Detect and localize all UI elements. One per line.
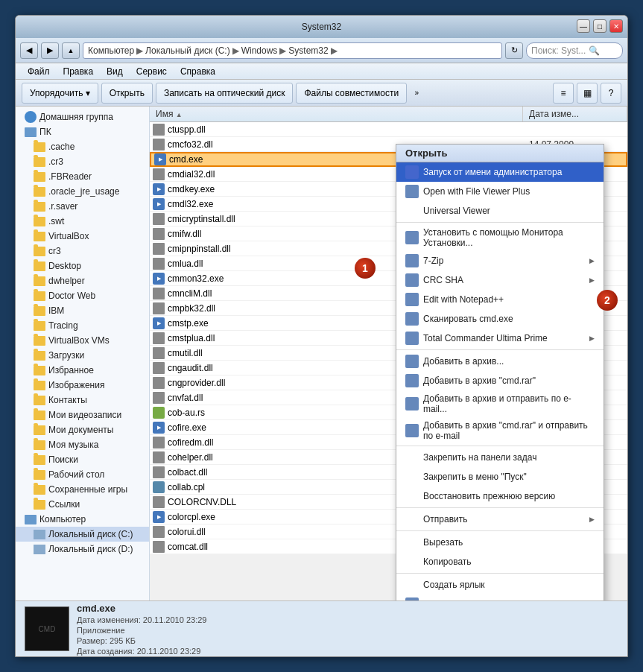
context-menu-item-pin-start[interactable]: Закрепить в меню "Пуск"	[396, 467, 604, 486]
sidebar-item-cache[interactable]: .cache	[16, 139, 149, 154]
ctx-submenu-arrow: ▶	[589, 516, 595, 523]
ctx-item-icon	[405, 273, 419, 287]
sidebar-item-desktop[interactable]: Desktop	[16, 259, 149, 273]
forward-button[interactable]: ▶	[41, 42, 59, 59]
context-menu-item-delete[interactable]: Удалить	[396, 595, 604, 600]
context-menu-item-open-fileviewer[interactable]: Open with File Viewer Plus	[396, 182, 604, 201]
context-menu-item-run-as-admin[interactable]: Запуск от имени администратора	[396, 162, 604, 182]
sidebar-item-rsaver[interactable]: .r.saver	[16, 199, 149, 214]
sidebar-item-virtualbox[interactable]: VirtualBox	[16, 229, 149, 244]
context-menu-item-scan-cmd[interactable]: Сканировать cmd.exe	[396, 309, 604, 329]
context-menu-item-crc-sha[interactable]: CRC SHA▶	[396, 270, 604, 290]
sidebar-item-favorites[interactable]: Избранное	[16, 363, 149, 378]
col-name-header[interactable]: Имя ▲	[150, 107, 523, 121]
col-date-header[interactable]: Дата изме...	[523, 107, 627, 121]
ctx-item-icon	[405, 165, 419, 179]
context-menu-item-pin-taskbar[interactable]: Закрепить на панели задач	[396, 448, 604, 467]
compat-button[interactable]: Файлы совместимости	[296, 83, 407, 104]
context-menu-item-add-archive[interactable]: Добавить в архив...	[396, 352, 604, 371]
back-button[interactable]: ◀	[20, 42, 38, 59]
menu-service[interactable]: Сервис	[130, 65, 173, 78]
close-button[interactable]: ✕	[609, 19, 623, 33]
sidebar-item-desktop2[interactable]: Рабочий стол	[16, 467, 149, 482]
menu-view[interactable]: Вид	[101, 65, 129, 78]
dll-icon	[153, 332, 165, 344]
sidebar-item-swt[interactable]: .swt	[16, 214, 149, 229]
context-menu-item-copy[interactable]: Копировать	[396, 552, 604, 571]
exe-icon: ▶	[153, 273, 165, 285]
address-path[interactable]: Компьютер ▶ Локальный диск (C:) ▶ Window…	[83, 42, 502, 59]
sidebar-label-links: Ссылки	[48, 499, 143, 510]
ctx-submenu-arrow: ▶	[589, 276, 595, 284]
sidebar-item-dwhelper[interactable]: dwhelper	[16, 273, 149, 288]
context-menu-item-cut[interactable]: Вырезать	[396, 533, 604, 552]
context-menu-item-total-commander[interactable]: Total Commander Ultima Prime▶	[396, 329, 604, 348]
search-box[interactable]: Поиск: Syst... 🔍	[526, 42, 623, 59]
context-menu-item-install-monitor[interactable]: Установить с помощью Монитора Установки.…	[396, 224, 604, 251]
path-system32: System32	[288, 45, 328, 56]
folder-icon	[34, 485, 45, 495]
context-menu-item-send-to[interactable]: Отправить▶	[396, 510, 604, 529]
ctx-item-icon-empty	[405, 204, 419, 218]
sidebar-item-contacts[interactable]: Контакты	[16, 393, 149, 408]
badge-1: 1	[355, 258, 376, 279]
toolbar-right: ≡ ▦ ?	[553, 83, 621, 104]
menu-edit[interactable]: Правка	[57, 65, 100, 78]
maximize-button[interactable]: □	[593, 19, 606, 33]
context-menu-item-restore[interactable]: Восстановить прежнюю версию	[396, 486, 604, 506]
context-menu-item-create-shortcut[interactable]: Создать ярлык	[396, 575, 604, 595]
menu-help[interactable]: Справка	[174, 65, 221, 78]
sidebar-item-doctor-web[interactable]: Doctor Web	[16, 288, 149, 303]
sidebar-item-ibm[interactable]: IBM	[16, 303, 149, 318]
view-toggle-button[interactable]: ▦	[577, 83, 598, 104]
context-menu-item-notepadpp[interactable]: Edit with Notepad++	[396, 290, 604, 309]
context-menu-item-7zip[interactable]: 7-Zip▶	[396, 251, 604, 270]
sidebar-item-oracle[interactable]: .oracle_jre_usage	[16, 184, 149, 199]
sidebar-item-disk-c[interactable]: Локальный диск (C:)	[16, 527, 149, 542]
sidebar-item-images[interactable]: Изображения	[16, 378, 149, 393]
open-button[interactable]: Открыть	[101, 83, 153, 104]
ctx-item-label: Запуск от имени администратора	[423, 167, 595, 177]
ctx-item-icon-empty	[405, 555, 419, 568]
sidebar-item-saved-games[interactable]: Сохраненные игры	[16, 482, 149, 497]
table-row[interactable]: ctuspp.dll	[150, 122, 627, 137]
help-button[interactable]: ?	[601, 83, 621, 104]
sidebar-item-tracing[interactable]: Tracing	[16, 318, 149, 333]
sidebar-item-cr3[interactable]: .cr3	[16, 154, 149, 169]
dll-icon	[153, 124, 165, 136]
dll-icon	[153, 213, 165, 225]
sidebar-item-pc[interactable]: ПК	[16, 124, 149, 139]
up-button[interactable]: ▲	[62, 42, 80, 59]
burn-button[interactable]: Записать на оптический диск	[156, 83, 294, 104]
sidebar-item-home-group[interactable]: Домашняя группа	[16, 110, 149, 124]
menu-file[interactable]: Файл	[22, 65, 56, 78]
sidebar-item-music[interactable]: Моя музыка	[16, 437, 149, 452]
sidebar-item-cr3b[interactable]: cr3	[16, 244, 149, 259]
context-menu-item-add-email-cmd[interactable]: Добавить в архив "cmd.rar" и отправить п…	[396, 417, 604, 444]
file-icon	[153, 347, 165, 359]
sidebar-item-disk-d[interactable]: Локальный диск (D:)	[16, 542, 149, 557]
sidebar-item-fbreader[interactable]: .FBReader	[16, 169, 149, 184]
file-icon: ▶	[153, 183, 165, 195]
context-menu-item-universal-viewer[interactable]: Universal Viewer	[396, 201, 604, 221]
context-menu-item-add-archive-cmd[interactable]: Добавить в архив "cmd.rar"	[396, 371, 604, 390]
file-icon	[153, 451, 165, 463]
refresh-button[interactable]: ↻	[505, 42, 523, 59]
file-name: cofire.exe	[168, 422, 206, 433]
sidebar-item-links[interactable]: Ссылки	[16, 497, 149, 512]
minimize-button[interactable]: —	[577, 19, 590, 33]
sidebar-item-documents[interactable]: Мои документы	[16, 422, 149, 437]
organize-button[interactable]: Упорядочить ▾	[22, 83, 98, 104]
context-menu-item-add-email[interactable]: Добавить в архив и отправить по e-mail..…	[396, 390, 604, 417]
sidebar-item-searches[interactable]: Поиски	[16, 452, 149, 467]
ctx-item-label: Копировать	[423, 557, 595, 567]
sidebar-item-virtualbox-vms[interactable]: VirtualBox VMs	[16, 333, 149, 348]
view-details-button[interactable]: ≡	[553, 83, 574, 104]
sidebar-item-computer[interactable]: Компьютер	[16, 512, 149, 527]
sidebar-item-videos[interactable]: Мои видеозаписи	[16, 408, 149, 422]
ctx-item-icon	[405, 424, 419, 437]
sidebar-item-downloads[interactable]: Загрузки	[16, 348, 149, 363]
toolbar-overflow[interactable]: »	[410, 83, 423, 104]
file-name: cofiredm.dll	[168, 437, 213, 448]
ctx-item-icon	[405, 293, 419, 306]
